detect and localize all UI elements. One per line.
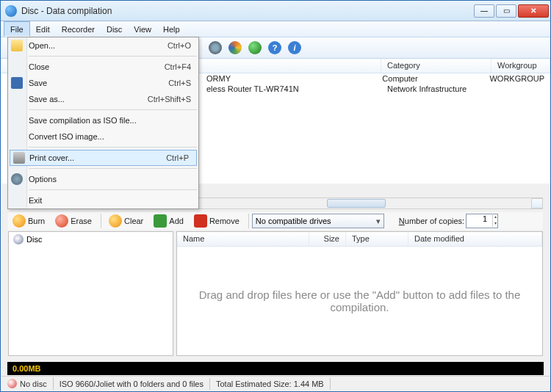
print-icon [13,152,25,164]
menu-disc[interactable]: Disc [101,21,128,37]
menu-recorder[interactable]: Recorder [56,21,101,37]
col-workgroup[interactable]: Workgroup [491,59,550,73]
drive-select[interactable]: No compatible drives [252,214,384,228]
file-menu-dropdown: Open...Ctrl+O CloseCtrl+F4 SaveCtrl+S Sa… [7,37,199,209]
open-icon [11,40,23,51]
menu-open[interactable]: Open...Ctrl+O [8,37,198,54]
menu-help[interactable]: Help [157,21,186,37]
menu-save[interactable]: SaveCtrl+S [8,75,198,91]
maximize-button[interactable]: ▭ [496,4,516,18]
status-bar: No disc ISO 9660/Joliet with 0 folders a… [1,376,550,391]
menu-edit[interactable]: Edit [30,21,56,37]
remove-icon [194,214,207,228]
app-icon [5,5,17,17]
menu-print-cover[interactable]: Print cover...Ctrl+P [10,150,197,166]
status-disc: No disc [1,377,54,390]
titlebar: Disc - Data compilation — ▭ ✕ [1,1,550,21]
col-type[interactable]: Type [346,232,408,246]
close-button[interactable]: ✕ [518,4,549,18]
compilation-file-list: Name Size Type Date modified Drag and dr… [176,231,543,356]
disc-tree-pane[interactable]: Disc [8,231,173,356]
toolbar-help[interactable]: ? [266,39,284,57]
menu-save-as[interactable]: Save as...Ctrl+Shift+S [8,91,198,107]
remove-button[interactable]: Remove [190,213,244,229]
menu-exit[interactable]: Exit [8,192,198,208]
menu-close[interactable]: CloseCtrl+F4 [8,59,198,75]
erase-button[interactable]: Erase [51,213,96,229]
scroll-thumb[interactable] [327,199,386,208]
no-disc-icon [7,379,17,388]
menubar: File Edit Recorder Disc View Help [1,21,550,37]
col-blank[interactable] [201,59,381,73]
minimize-button[interactable]: — [474,4,494,18]
menu-save-iso[interactable]: Save compilation as ISO file... [8,112,198,128]
burn-button[interactable]: Burn [8,213,49,229]
toolbar-info[interactable]: i [286,39,303,57]
status-iso: ISO 9660/Joliet with 0 folders and 0 fil… [54,378,210,390]
col-name[interactable]: Name [177,232,309,246]
window-title: Disc - Data compilation [21,6,112,16]
menu-file[interactable]: File [4,21,30,37]
copies-input[interactable]: 1 [466,214,498,228]
list-hscrollbar[interactable] [183,197,543,209]
menu-options[interactable]: Options [8,171,198,187]
save-icon [11,77,23,89]
clear-button[interactable]: Clear [104,213,148,229]
erase-icon [55,214,68,228]
toolbar-refresh[interactable] [226,39,244,57]
add-button[interactable]: Add [149,213,188,229]
list-item[interactable]: ORMY Computer WORKGROUP [201,73,550,84]
disc-icon [13,234,24,244]
file-list-header: Name Size Type Date modified [177,232,542,247]
col-size[interactable]: Size [309,232,346,246]
action-bar: Burn Erase Clear Add Remove No compatibl… [8,212,543,230]
burn-icon [12,214,26,228]
col-date[interactable]: Date modified [408,232,542,246]
drop-hint[interactable]: Drag and drop files here or use the "Add… [177,247,542,355]
size-bar: 0.00MB [7,362,544,375]
gear-icon [11,173,23,185]
plus-icon [154,214,167,228]
menu-convert-iso[interactable]: Convert ISO image... [8,128,198,145]
toolbar-gear[interactable] [206,39,224,57]
clear-icon [109,214,122,228]
copies-label: Number of copies: [399,217,464,225]
disc-root[interactable]: Disc [9,232,173,247]
menu-view[interactable]: View [128,21,157,37]
status-estimate: Total Estimated Size: 1.44 MB [210,378,331,390]
col-category[interactable]: Category [381,59,491,73]
scroll-right-arrow[interactable] [531,198,543,208]
list-item[interactable]: eless Router TL-WR741N Network Infrastru… [201,84,550,94]
toolbar-globe[interactable] [246,39,264,57]
